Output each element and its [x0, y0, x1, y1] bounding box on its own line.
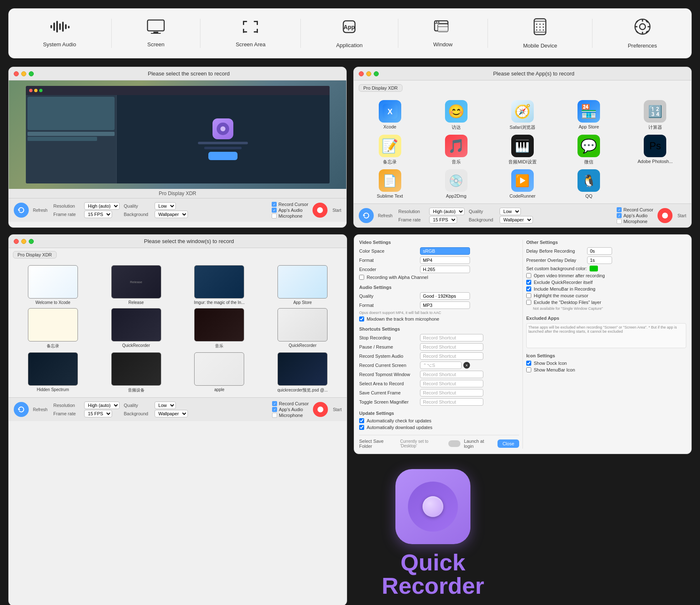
auto-download-checkbox[interactable] — [359, 425, 364, 430]
app-item-wechat[interactable]: 💬 微信 — [558, 135, 620, 165]
exclude-self-checkbox[interactable] — [526, 280, 531, 285]
win-item-music[interactable]: 音乐 — [180, 308, 260, 349]
delay-input[interactable] — [587, 247, 612, 255]
highlight-cursor-checkbox[interactable] — [526, 293, 531, 298]
screen-refresh-button[interactable] — [14, 203, 29, 218]
open-trimmer-checkbox[interactable] — [526, 273, 531, 278]
win-item-appstore[interactable]: App Store — [262, 265, 342, 305]
window-apps-audio-checkbox[interactable] — [272, 407, 277, 412]
win-item-qr[interactable]: QuickRecorder — [96, 308, 176, 349]
win-item-release[interactable]: Release Release — [96, 265, 176, 305]
window-background-select[interactable]: Wallpaper — [155, 410, 188, 417]
app-refresh-button[interactable] — [359, 208, 374, 223]
win-item-qr2[interactable]: QuickRecorder — [262, 308, 342, 349]
win-item-psd[interactable]: quickrecorder预览.psd @... — [262, 352, 342, 393]
window-refresh-button[interactable] — [14, 402, 29, 417]
app-item-music[interactable]: 🎵 音乐 — [425, 135, 487, 165]
win-close-dot[interactable] — [14, 239, 19, 244]
toolbar-item-mobile-device[interactable]: Mobile Device — [515, 15, 566, 52]
bg-color-box[interactable] — [590, 266, 598, 271]
exclude-desktop-checkbox[interactable] — [526, 300, 531, 305]
format-input[interactable] — [420, 256, 470, 264]
audio-quality-input[interactable] — [420, 292, 470, 300]
window-framerate-select[interactable]: 15 FPS — [84, 410, 112, 417]
shortcut-frame-input[interactable] — [420, 389, 483, 397]
window-resolution-select[interactable]: High (auto) — [84, 402, 120, 409]
app-item-qq[interactable]: 🐧 QQ — [558, 169, 620, 198]
shortcut-remove-btn[interactable]: × — [463, 362, 470, 369]
shortcut-pause-input[interactable] — [420, 343, 483, 351]
win-maximize-dot[interactable] — [29, 239, 34, 244]
window-quality-select[interactable]: Low — [155, 402, 176, 409]
include-menubar-checkbox[interactable] — [526, 286, 531, 291]
shortcut-magnifier-input[interactable] — [420, 398, 483, 406]
quality-select[interactable]: Low — [155, 202, 176, 210]
toolbar-item-system-audio[interactable]: System Audio — [35, 16, 85, 51]
app-item-xcode[interactable]: X Xcode — [359, 100, 421, 131]
window-start-button[interactable] — [313, 402, 328, 417]
shortcut-topmost-input[interactable] — [420, 371, 483, 378]
app-item-calc[interactable]: 🔢 计算器 — [624, 100, 686, 131]
win-item-hidden[interactable]: Hidden Spectrum — [13, 352, 93, 393]
app-background-select[interactable]: Wallpaper — [500, 216, 533, 223]
win-item-midi2[interactable]: 音频设备 — [96, 352, 176, 393]
color-space-input[interactable] — [420, 247, 470, 255]
app-start-button[interactable] — [658, 208, 672, 223]
win-item-notes[interactable]: 备忘录 — [13, 308, 93, 349]
close-pref-button[interactable]: Close — [498, 439, 519, 448]
app-apps-audio-checkbox[interactable] — [617, 213, 622, 218]
app-item-coderunner[interactable]: ▶️ CodeRunner — [491, 169, 553, 198]
app-item-notes[interactable]: 📝 备忘录 — [359, 135, 421, 165]
win-minimize-dot[interactable] — [21, 239, 26, 244]
alpha-checkbox[interactable] — [359, 275, 364, 280]
app-framerate-select[interactable]: 15 FPS — [429, 216, 457, 223]
shortcut-sysaudio-input[interactable] — [420, 352, 483, 360]
close-dot[interactable] — [14, 71, 19, 76]
encoder-input[interactable] — [420, 266, 470, 273]
launch-toggle[interactable] — [448, 440, 460, 447]
app-microphone-checkbox[interactable] — [617, 219, 622, 224]
minimize-dot[interactable] — [21, 71, 26, 76]
overlay-input[interactable] — [587, 256, 612, 264]
record-cursor-checkbox[interactable] — [272, 202, 277, 207]
toolbar-item-screen-area[interactable]: Screen Area — [228, 16, 274, 51]
app-item-midi[interactable]: 🎹 音频MIDI设置 — [491, 135, 553, 165]
background-select[interactable]: Wallpaper — [155, 211, 188, 218]
app-maximize-dot[interactable] — [374, 71, 379, 76]
app-resolution-select[interactable]: High (auto) — [429, 208, 465, 215]
screen-start-button[interactable] — [312, 203, 328, 218]
show-dock-checkbox[interactable] — [526, 361, 531, 366]
app-record-cursor-checkbox[interactable] — [617, 207, 622, 212]
app-item-appstore[interactable]: 🏪 App Store — [558, 100, 620, 131]
show-menubar-checkbox[interactable] — [526, 367, 531, 372]
svg-rect-7 — [148, 20, 164, 31]
win-item-xcode[interactable]: Welcome to Xcode — [13, 265, 93, 305]
microphone-checkbox[interactable] — [272, 213, 277, 218]
maximize-dot[interactable] — [29, 71, 34, 76]
toolbar-item-application[interactable]: App Application — [328, 15, 371, 52]
app-item-finder[interactable]: 😊 访达 — [425, 100, 487, 131]
auto-check-checkbox[interactable] — [359, 418, 364, 423]
app-close-dot[interactable] — [359, 71, 364, 76]
framerate-select[interactable]: 15 FPS — [84, 211, 112, 218]
win-item-apple[interactable]: apple — [180, 352, 260, 393]
toolbar-item-screen[interactable]: Screen — [138, 16, 173, 51]
toolbar-item-preferences[interactable]: Preferences — [620, 15, 665, 52]
app-item-ps[interactable]: Ps Adobe Photosh... — [624, 135, 686, 165]
shortcut-current-input[interactable] — [420, 361, 462, 369]
mixdown-checkbox[interactable] — [359, 316, 364, 321]
shortcut-stop-input[interactable] — [420, 334, 483, 341]
shortcut-area-input[interactable] — [420, 380, 483, 387]
app-quality-select[interactable]: Low — [500, 208, 521, 215]
app-item-safari[interactable]: 🧭 Safari浏览器 — [491, 100, 553, 131]
window-record-cursor-checkbox[interactable] — [272, 401, 277, 406]
audio-format-input[interactable] — [420, 301, 470, 309]
win-item-imgur[interactable]: Imgur: the magic of the In... — [180, 265, 260, 305]
resolution-select[interactable]: High (auto) — [84, 202, 120, 210]
app-item-app2dmg[interactable]: 💿 App2Dmg — [425, 169, 487, 198]
window-microphone-checkbox[interactable] — [272, 413, 277, 418]
app-item-sublime[interactable]: 📄 Sublime Text — [359, 169, 421, 198]
app-minimize-dot[interactable] — [366, 71, 371, 76]
toolbar-item-window[interactable]: Window — [425, 16, 461, 51]
apps-audio-checkbox[interactable] — [272, 208, 277, 213]
